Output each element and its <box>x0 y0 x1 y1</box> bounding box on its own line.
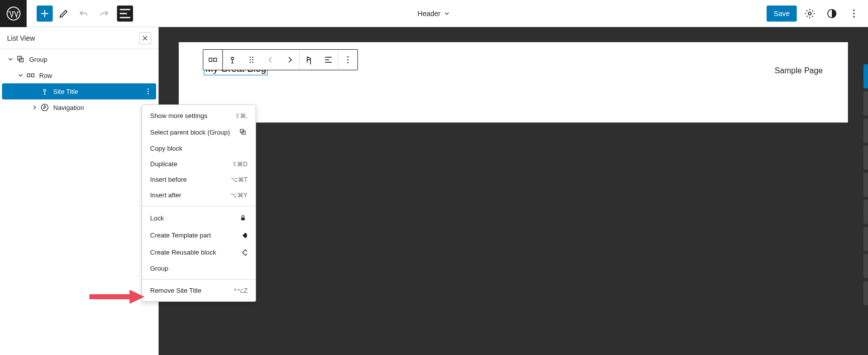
document-overview-button[interactable] <box>117 6 133 22</box>
block-tree: Group Row Site Title Navigation <box>0 49 158 117</box>
svg-rect-16 <box>214 58 217 62</box>
ctx-shortcut: ⌥⌘T <box>231 176 247 183</box>
drag-handle[interactable] <box>242 50 261 70</box>
ctx-duplicate[interactable]: Duplicate ⇧⌘D <box>142 156 256 172</box>
wp-logo-button[interactable] <box>0 0 27 27</box>
block-options-button[interactable] <box>338 50 357 70</box>
block-context-menu: Show more settings ⇧⌘, Select parent blo… <box>142 104 256 302</box>
svg-point-3 <box>853 10 855 11</box>
navigation-block-icon <box>39 103 50 112</box>
panel-title: List View <box>7 34 35 42</box>
rail-tab[interactable] <box>863 227 868 251</box>
ctx-create-reusable-block[interactable]: Create Reusable block <box>142 244 256 261</box>
ctx-remove-site-title[interactable]: Remove Site Title ^⌥Z <box>142 283 256 298</box>
rail-tab[interactable] <box>863 200 868 224</box>
site-title-block-icon <box>39 87 50 96</box>
svg-point-13 <box>148 93 149 94</box>
ctx-shortcut: ⇧⌘, <box>235 112 247 120</box>
svg-rect-8 <box>27 74 30 77</box>
svg-point-18 <box>250 57 251 58</box>
top-bar: Header Save <box>0 0 868 27</box>
rail-tab[interactable] <box>863 173 868 197</box>
template-name-label: Header <box>418 10 441 18</box>
svg-marker-33 <box>130 290 145 304</box>
rail-tab[interactable] <box>863 119 868 143</box>
svg-point-24 <box>347 56 349 58</box>
add-block-button[interactable] <box>37 6 53 22</box>
ctx-lock[interactable]: Lock <box>142 209 256 226</box>
tree-item-label: Site Title <box>53 88 78 95</box>
ctx-label: Insert after <box>150 191 181 199</box>
chevron-down-icon[interactable] <box>16 72 25 79</box>
header-template-canvas[interactable]: My Great Blog Sample Page <box>179 42 848 123</box>
ctx-label: Create Reusable block <box>150 249 216 256</box>
svg-point-12 <box>148 91 149 92</box>
tree-item-label: Group <box>29 56 47 63</box>
tree-item-site-title[interactable]: Site Title <box>2 83 156 99</box>
save-button[interactable]: Save <box>767 6 797 22</box>
svg-point-5 <box>853 16 855 17</box>
align-button[interactable] <box>319 50 338 70</box>
svg-rect-31 <box>242 250 247 255</box>
tree-item-row[interactable]: Row <box>2 67 156 83</box>
chevron-right-icon[interactable] <box>30 104 39 111</box>
close-icon <box>142 35 149 42</box>
svg-rect-9 <box>32 74 34 77</box>
settings-button[interactable] <box>801 5 819 23</box>
ctx-shortcut: ⇧⌘D <box>232 161 247 168</box>
svg-point-4 <box>853 13 855 14</box>
rail-tab[interactable] <box>863 91 868 115</box>
ctx-create-template-part[interactable]: Create Template part <box>142 226 256 244</box>
chevron-down-icon[interactable] <box>6 56 15 63</box>
annotation-arrow <box>89 290 145 304</box>
ctx-select-parent[interactable]: Select parent block (Group) <box>142 124 256 141</box>
navigation-link[interactable]: Sample Page <box>775 66 823 75</box>
svg-point-21 <box>252 59 253 60</box>
rail-tab[interactable] <box>863 146 868 170</box>
rail-tab[interactable] <box>863 254 868 278</box>
svg-point-17 <box>231 57 234 60</box>
list-view-panel: List View Group Row Site Title Navigatio… <box>0 27 159 355</box>
ctx-show-more-settings[interactable]: Show more settings ⇧⌘, <box>142 108 256 124</box>
template-selector[interactable]: Header <box>418 10 451 18</box>
redo-button[interactable] <box>95 5 113 23</box>
block-type-button[interactable] <box>203 50 222 70</box>
svg-point-11 <box>148 88 149 89</box>
tree-item-options-button[interactable] <box>144 87 152 95</box>
header-right-group: Save <box>767 5 868 23</box>
edit-tool-button[interactable] <box>55 5 73 23</box>
ctx-insert-before[interactable]: Insert before ⌥⌘T <box>142 172 256 187</box>
ctx-label: Group <box>150 265 168 272</box>
rail-tab[interactable] <box>863 281 868 305</box>
editor-canvas-wrap: My Great Blog Sample Page <box>159 27 868 355</box>
chevron-down-icon <box>443 10 450 17</box>
tree-item-label: Row <box>39 72 52 79</box>
tree-item-navigation[interactable]: Navigation <box>2 99 156 115</box>
block-toolbar <box>203 49 358 70</box>
svg-point-1 <box>808 12 811 15</box>
undo-button[interactable] <box>75 5 93 23</box>
ctx-insert-after[interactable]: Insert after ⌥⌘Y <box>142 187 256 203</box>
ctx-label: Duplicate <box>150 160 177 168</box>
heading-level-button[interactable] <box>300 50 319 70</box>
ctx-label: Show more settings <box>150 112 207 120</box>
reusable-block-icon <box>238 248 247 257</box>
ctx-group[interactable]: Group <box>142 261 256 276</box>
right-tab-rail <box>863 27 868 355</box>
close-panel-button[interactable] <box>139 32 151 44</box>
rail-tab[interactable] <box>863 64 868 88</box>
row-block-icon <box>25 71 36 80</box>
select-parent-button[interactable] <box>223 50 242 70</box>
svg-rect-15 <box>209 58 212 62</box>
group-block-icon <box>15 55 26 64</box>
lock-icon <box>238 213 247 222</box>
move-right-button[interactable] <box>280 50 299 70</box>
move-left-button[interactable] <box>261 50 280 70</box>
options-button[interactable] <box>845 5 863 23</box>
template-part-icon <box>238 230 247 240</box>
styles-button[interactable] <box>823 5 841 23</box>
ctx-label: Lock <box>150 214 164 222</box>
svg-point-19 <box>252 57 253 58</box>
tree-item-group[interactable]: Group <box>2 51 156 67</box>
ctx-copy-block[interactable]: Copy block <box>142 141 256 156</box>
